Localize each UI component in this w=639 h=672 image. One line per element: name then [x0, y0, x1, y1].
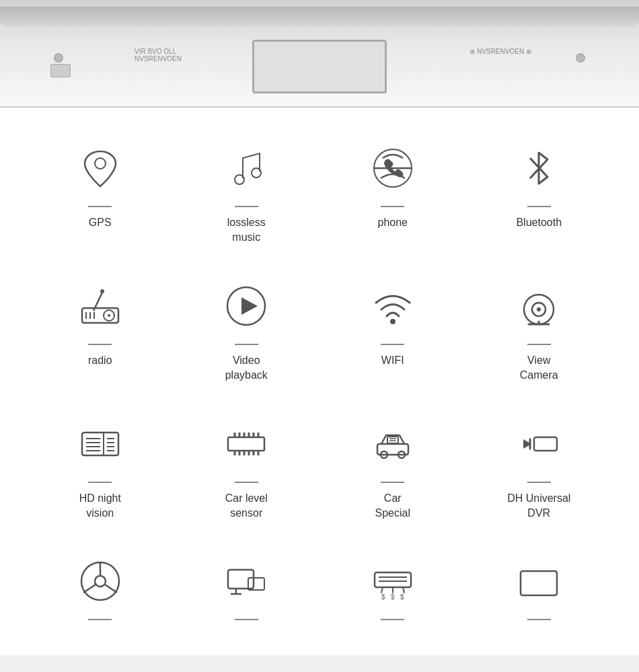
sensor-label: Car levelsensor [225, 491, 268, 521]
camera-divider [527, 344, 551, 345]
nightvision-divider [88, 482, 112, 483]
svg-rect-58 [228, 570, 254, 589]
nightvision-icon [73, 417, 127, 471]
phone-label: phone [378, 215, 408, 230]
gps-label: GPS [89, 215, 112, 230]
svg-marker-14 [241, 297, 258, 315]
camera-label: ViewCamera [520, 353, 558, 383]
bluetooth-label: Bluetooth [516, 215, 562, 230]
feature-screen [466, 534, 613, 642]
feature-ac: $ $ $ [320, 534, 466, 642]
feature-steering [27, 534, 174, 642]
device-header: VIR BVO OLLNVSRENVOEN ⊕ NVSRENVOEN ⊕ [0, 0, 639, 108]
svg-point-54 [95, 576, 106, 587]
radio-icon [73, 279, 127, 333]
sensor-divider [235, 482, 258, 483]
dvr-label: DH UniversalDVR [507, 491, 570, 521]
device-bolt-left [54, 53, 63, 63]
svg-line-56 [83, 585, 96, 593]
feature-view-camera: ViewCamera [466, 259, 613, 397]
sensor-icon [219, 417, 273, 471]
phone-divider [381, 206, 404, 207]
steering-divider [88, 619, 112, 620]
music-divider [235, 206, 258, 207]
nightvision-label: HD nightvision [79, 491, 121, 521]
ac-icon: $ $ $ [366, 554, 420, 608]
gps-icon [73, 141, 127, 195]
feature-car-level-sensor: Car levelsensor [174, 397, 320, 535]
carspecial-label: CarSpecial [375, 491, 410, 521]
feature-lossless-music: losslessmusic [174, 121, 320, 259]
svg-text:$: $ [391, 593, 395, 601]
svg-rect-71 [521, 571, 557, 595]
feature-phone: phone [320, 121, 466, 259]
music-label: losslessmusic [227, 215, 266, 246]
features-grid: GPS losslessmusic [27, 121, 612, 642]
feature-car-special: CarSpecial [320, 397, 466, 535]
music-icon [219, 141, 273, 195]
feature-hd-night-vision: HD nightvision [27, 397, 174, 535]
svg-line-57 [105, 585, 117, 593]
svg-rect-47 [387, 437, 398, 443]
multiscreen-divider [235, 619, 258, 620]
radio-label: radio [88, 353, 112, 368]
svg-point-6 [100, 289, 104, 293]
features-container: GPS losslessmusic [0, 108, 639, 655]
device-bolt-right [576, 53, 585, 63]
feature-video-playback: Videoplayback [174, 259, 320, 397]
wifi-icon [366, 279, 420, 333]
device-screen [252, 40, 387, 94]
feature-wifi: WIFI [320, 259, 466, 397]
svg-rect-21 [82, 433, 118, 455]
bluetooth-divider [527, 206, 551, 207]
svg-text:$: $ [381, 593, 385, 601]
radio-divider [88, 344, 112, 345]
feature-bluetooth: Bluetooth [466, 121, 613, 259]
play-divider [235, 344, 258, 345]
device-text-left: VIR BVO OLLNVSRENVOEN [135, 48, 182, 63]
svg-text:$: $ [400, 593, 404, 601]
gps-divider [88, 206, 112, 207]
play-icon [219, 279, 273, 333]
ac-divider [381, 619, 404, 620]
dvr-icon [512, 417, 566, 471]
dvr-divider [527, 482, 551, 483]
carspecial-icon [366, 417, 420, 471]
screen-icon [512, 554, 566, 608]
screen-divider [527, 619, 551, 620]
svg-point-18 [537, 307, 541, 311]
camera-icon [512, 279, 566, 333]
bluetooth-icon [512, 141, 566, 195]
feature-gps: GPS [27, 121, 174, 259]
svg-rect-52 [534, 437, 557, 451]
svg-rect-7 [82, 308, 118, 323]
svg-rect-31 [228, 437, 264, 451]
svg-point-12 [108, 314, 110, 317]
play-label: Videoplayback [225, 353, 268, 383]
carspecial-divider [381, 482, 404, 483]
svg-point-15 [390, 319, 396, 324]
feature-multi-screen [174, 534, 320, 642]
wifi-divider [381, 344, 404, 345]
svg-point-0 [95, 158, 106, 169]
steering-icon [73, 554, 127, 608]
svg-rect-62 [375, 572, 411, 587]
device-text-right: ⊕ NVSRENVOEN ⊕ [469, 48, 531, 55]
phone-icon [366, 141, 420, 195]
feature-radio: radio [27, 259, 174, 397]
device-small-box [50, 64, 71, 77]
multiscreen-icon [219, 554, 273, 608]
feature-dh-universal-dvr: DH UniversalDVR [466, 397, 613, 535]
svg-point-2 [252, 168, 261, 178]
svg-point-1 [235, 175, 244, 184]
wifi-label: WIFI [381, 353, 404, 368]
